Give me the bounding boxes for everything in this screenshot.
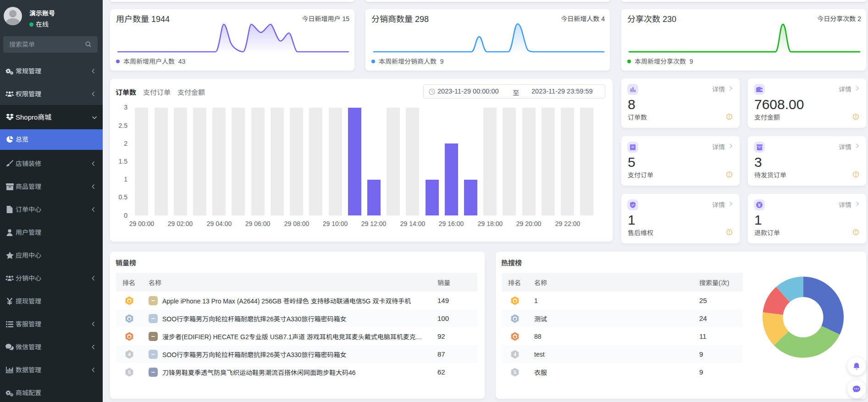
svg-text:4: 4 (514, 352, 517, 357)
svg-text:5: 5 (514, 369, 516, 375)
svg-text:5: 5 (128, 369, 131, 375)
svg-text:4: 4 (128, 352, 131, 357)
